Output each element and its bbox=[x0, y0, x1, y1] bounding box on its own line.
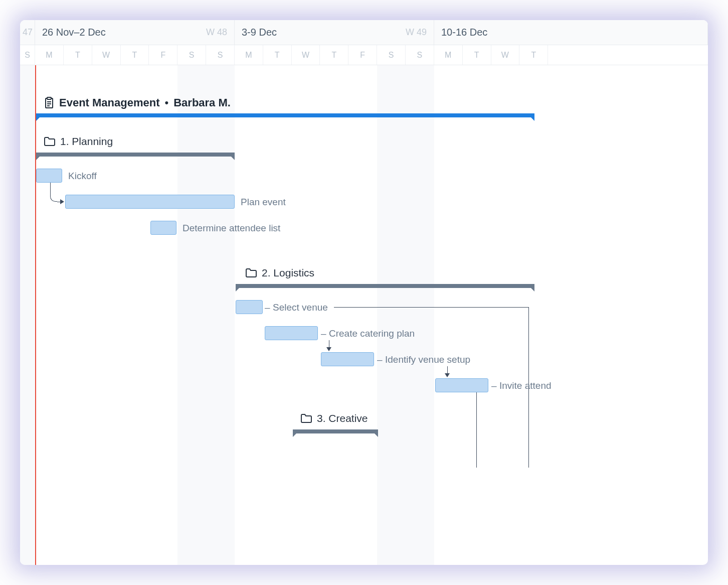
day-cell: S bbox=[206, 45, 235, 65]
dependency-line bbox=[476, 392, 477, 468]
task-bar-determine-attendee[interactable] bbox=[150, 221, 176, 235]
folder-icon bbox=[246, 268, 257, 277]
task-bar-catering[interactable] bbox=[265, 326, 318, 340]
task-label-identify-setup: Identify venue setup bbox=[385, 354, 470, 365]
task-label-catering: Create catering plan bbox=[329, 328, 415, 339]
week-range-2-text: 10-16 Dec bbox=[441, 27, 487, 38]
day-cell: S bbox=[377, 45, 406, 65]
group-creative-label: 3. Creative bbox=[317, 412, 368, 424]
task-label-invite: Invite attend bbox=[499, 380, 552, 391]
group-planning-label: 1. Planning bbox=[60, 135, 113, 148]
day-cell: T bbox=[64, 45, 92, 65]
separator-dot: • bbox=[165, 96, 169, 109]
task-bar-kickoff[interactable] bbox=[36, 169, 62, 183]
dash: – bbox=[491, 380, 497, 391]
day-cell: M bbox=[35, 45, 64, 65]
weekend-band bbox=[377, 65, 434, 565]
today-marker bbox=[35, 65, 36, 565]
group-header-planning[interactable]: 1. Planning bbox=[44, 135, 113, 148]
week-range-2[interactable]: 10-16 Dec bbox=[434, 20, 708, 45]
day-cell: M bbox=[434, 45, 463, 65]
group-logistics-label: 2. Logistics bbox=[262, 267, 314, 279]
dependency-line bbox=[50, 195, 57, 202]
task-bar-select-venue[interactable] bbox=[236, 300, 263, 314]
week-number-0: W 48 bbox=[206, 27, 227, 38]
day-cell: S bbox=[177, 45, 206, 65]
task-bar-invite[interactable] bbox=[435, 378, 488, 392]
group-planning-bar[interactable] bbox=[36, 153, 235, 161]
week-range-0[interactable]: 26 Nov–2 Dec W 48 bbox=[35, 20, 235, 45]
clipboard-icon bbox=[44, 97, 54, 109]
project-header[interactable]: Event Management • Barbara M. bbox=[44, 96, 231, 109]
dependency-arrow-icon bbox=[445, 373, 450, 377]
group-logistics-bar[interactable] bbox=[236, 284, 534, 292]
timeline-days-header: S M T W T F S S M T W T F S S M T W T bbox=[20, 45, 708, 65]
folder-icon bbox=[44, 137, 55, 146]
group-header-logistics[interactable]: 2. Logistics bbox=[246, 267, 314, 279]
task-label-kickoff: Kickoff bbox=[68, 171, 97, 182]
weekend-band bbox=[20, 65, 35, 565]
day-cell: W bbox=[292, 45, 320, 65]
day-cell: T bbox=[320, 45, 348, 65]
day-cell: S bbox=[406, 45, 434, 65]
project-duration-bar[interactable] bbox=[36, 113, 534, 121]
dash: – bbox=[321, 328, 326, 339]
week-number-1: W 49 bbox=[406, 27, 427, 38]
week-range-0-text: 26 Nov–2 Dec bbox=[42, 27, 106, 38]
task-label-select-venue: Select venue bbox=[273, 302, 328, 313]
day-cell: T bbox=[463, 45, 491, 65]
day-cell: T bbox=[263, 45, 292, 65]
dash: – bbox=[265, 302, 270, 313]
project-title-text: Event Management bbox=[59, 96, 160, 109]
dash: – bbox=[377, 354, 383, 365]
day-cell: M bbox=[235, 45, 263, 65]
task-bar-plan-event[interactable] bbox=[65, 195, 235, 209]
week-number-prev: 47 bbox=[20, 20, 35, 45]
group-creative-bar[interactable] bbox=[293, 429, 378, 437]
day-cell: F bbox=[149, 45, 177, 65]
week-number-prev-label: 47 bbox=[23, 27, 33, 38]
dependency-arrow-icon bbox=[60, 199, 64, 204]
task-label-determine-attendee: Determine attendee list bbox=[183, 223, 280, 234]
project-owner-text: Barbara M. bbox=[173, 96, 231, 109]
group-header-creative[interactable]: 3. Creative bbox=[301, 412, 368, 424]
day-cell: T bbox=[519, 45, 548, 65]
dependency-arrow-icon bbox=[326, 347, 331, 351]
day-cell: S bbox=[20, 45, 35, 65]
task-label-plan-event: Plan event bbox=[241, 197, 286, 208]
dependency-line bbox=[50, 183, 51, 195]
gantt-body[interactable]: Event Management • Barbara M. 1. Plannin… bbox=[20, 65, 708, 565]
task-bar-identify-setup[interactable] bbox=[321, 352, 374, 366]
week-range-1[interactable]: 3-9 Dec W 49 bbox=[235, 20, 434, 45]
svg-rect-1 bbox=[47, 97, 51, 99]
timeline-weeks-header: 47 26 Nov–2 Dec W 48 3-9 Dec W 49 10-16 … bbox=[20, 20, 708, 45]
week-range-1-text: 3-9 Dec bbox=[242, 27, 277, 38]
dependency-line bbox=[334, 307, 528, 308]
day-cell: T bbox=[121, 45, 149, 65]
day-cell: F bbox=[348, 45, 377, 65]
gantt-chart[interactable]: 47 26 Nov–2 Dec W 48 3-9 Dec W 49 10-16 … bbox=[20, 20, 708, 565]
day-cell: W bbox=[92, 45, 121, 65]
weekend-band bbox=[177, 65, 235, 565]
day-cell: W bbox=[491, 45, 520, 65]
folder-icon bbox=[301, 414, 312, 423]
